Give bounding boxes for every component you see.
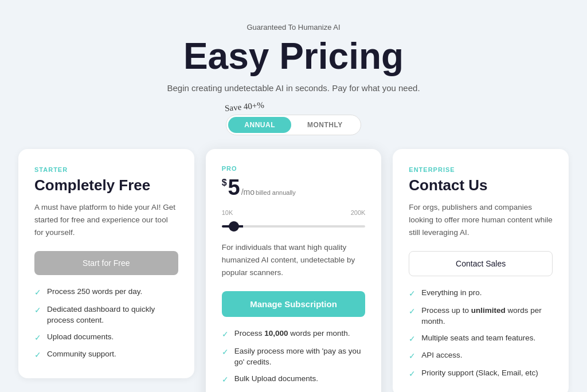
billing-toggle-container: Save 40+% ANNUAL MONTHLY xyxy=(226,115,361,135)
contact-sales-button[interactable]: Contact Sales xyxy=(409,251,553,276)
feature-text: Everything in pro. xyxy=(421,288,482,299)
slider-min-label: 10K xyxy=(222,209,233,216)
save-annotation: Save 40+% xyxy=(224,100,264,113)
feature-text: API access. xyxy=(421,350,462,361)
price-period: /mo xyxy=(241,187,255,197)
list-item: ✓ Multiple seats and team features. xyxy=(409,333,553,345)
check-icon: ✓ xyxy=(409,288,416,300)
price-dollar: $ xyxy=(222,178,227,188)
page-subtitle: Begin creating undetectable AI in second… xyxy=(167,83,420,93)
list-item: ✓ Process up to unlimited words per mont… xyxy=(409,305,553,327)
starter-features-list: ✓ Process 250 words per day. ✓ Dedicated… xyxy=(34,287,178,361)
price-amount: 5 xyxy=(228,175,240,200)
pro-price-container: $ 5 /mo billed annually xyxy=(222,175,366,200)
list-item: ✓ Priority support (Slack, Email, etc) xyxy=(409,368,553,380)
list-item: ✓ Process 10,000 words per month. xyxy=(222,328,366,340)
feature-text: Dedicated dashboard to quickly process c… xyxy=(47,304,178,326)
pricing-cards: STARTER Completely Free A must have plat… xyxy=(18,149,569,392)
pro-features-list: ✓ Process 10,000 words per month. ✓ Easi… xyxy=(222,328,366,392)
enterprise-plan-description: For orgs, publishers and companies looki… xyxy=(409,201,553,238)
check-icon: ✓ xyxy=(409,369,416,380)
feature-text: Upload documents. xyxy=(47,332,114,343)
starter-plan-description: A must have platform to hide your AI! Ge… xyxy=(34,201,178,238)
list-item: ✓ Everything in pro. xyxy=(409,288,553,300)
check-icon: ✓ xyxy=(34,287,41,299)
list-item: ✓ Upload documents. xyxy=(34,332,178,344)
enterprise-features-list: ✓ Everything in pro. ✓ Process up to unl… xyxy=(409,288,553,379)
check-icon: ✓ xyxy=(409,334,416,345)
feature-text: Multiple seats and team features. xyxy=(421,333,535,344)
pro-card: PRO $ 5 /mo billed annually 10K 200K For… xyxy=(206,149,382,392)
list-item: ✓ Easily process more with 'pay as you g… xyxy=(222,346,366,368)
words-slider[interactable] xyxy=(222,225,366,228)
starter-plan-name: Completely Free xyxy=(34,177,178,194)
pro-plan-description: For individuals that want high quality h… xyxy=(222,241,366,279)
page-header: Guaranteed To Humanize AI Easy Pricing B… xyxy=(167,23,420,93)
pro-plan-label: PRO xyxy=(222,165,366,172)
starter-card: STARTER Completely Free A must have plat… xyxy=(18,149,194,378)
check-icon: ✓ xyxy=(34,305,41,316)
check-icon: ✓ xyxy=(222,347,229,358)
check-icon: ✓ xyxy=(34,332,41,344)
billing-toggle[interactable]: ANNUAL MONTHLY xyxy=(226,115,361,135)
check-icon: ✓ xyxy=(222,329,229,340)
feature-text: Bulk Upload documents. xyxy=(234,374,318,385)
check-icon: ✓ xyxy=(409,351,416,362)
feature-text: Community support. xyxy=(47,349,116,360)
enterprise-plan-name: Contact Us xyxy=(409,177,553,194)
feature-text: Priority support (Slack, Email, etc) xyxy=(421,368,538,379)
check-icon: ✓ xyxy=(222,374,229,386)
slider-labels: 10K 200K xyxy=(222,209,366,216)
price-billing: billed annually xyxy=(256,189,296,196)
list-item: ✓ Bulk Upload documents. xyxy=(222,374,366,386)
monthly-toggle[interactable]: MONTHLY xyxy=(291,117,359,133)
check-icon: ✓ xyxy=(409,306,416,317)
words-slider-container[interactable]: 10K 200K xyxy=(222,209,366,230)
list-item: ✓ Community support. xyxy=(34,349,178,361)
list-item: ✓ Dedicated dashboard to quickly process… xyxy=(34,304,178,326)
feature-text: Process 10,000 words per month. xyxy=(234,328,350,339)
enterprise-card: ENTERPRISE Contact Us For orgs, publishe… xyxy=(393,149,569,392)
feature-text: Process 250 words per day. xyxy=(47,287,142,297)
tagline: Guaranteed To Humanize AI xyxy=(167,23,420,32)
list-item: ✓ API access. xyxy=(409,350,553,362)
page-title: Easy Pricing xyxy=(167,36,420,76)
starter-plan-label: STARTER xyxy=(34,166,178,173)
enterprise-plan-label: ENTERPRISE xyxy=(409,166,553,173)
slider-max-label: 200K xyxy=(351,209,366,216)
manage-subscription-button[interactable]: Manage Subscription xyxy=(222,291,366,317)
feature-text: Easily process more with 'pay as you go'… xyxy=(234,346,366,368)
check-icon: ✓ xyxy=(34,350,41,361)
feature-text: Process up to unlimited words per month. xyxy=(421,305,553,327)
annual-toggle[interactable]: ANNUAL xyxy=(228,117,291,133)
start-free-button[interactable]: Start for Free xyxy=(34,251,178,275)
list-item: ✓ Process 250 words per day. xyxy=(34,287,178,299)
